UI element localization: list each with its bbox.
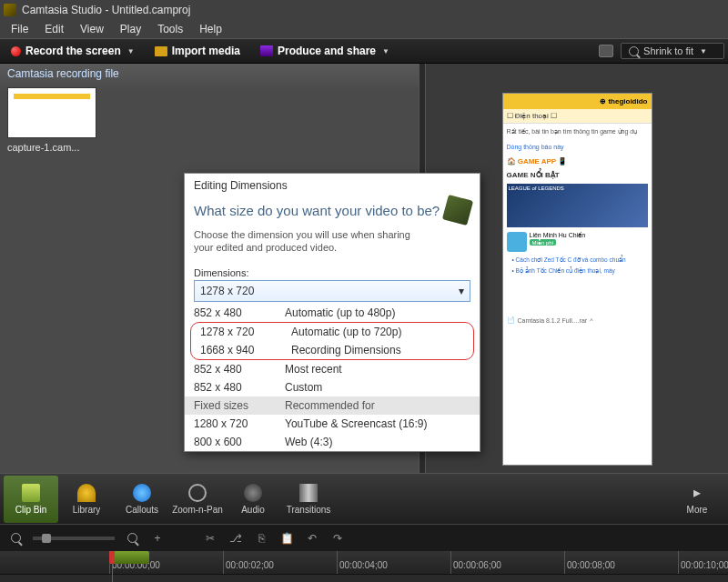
record-screen-button[interactable]: Record the screen ▼ (4, 42, 142, 60)
tab-clip-bin[interactable]: Clip Bin (4, 476, 58, 523)
undo-button[interactable]: ↶ (304, 530, 320, 547)
thumbnail-label: capture-1.cam... (7, 142, 98, 153)
preview-section: 🏠 GAME APP 📱 (503, 155, 652, 168)
dimension-option[interactable]: 800 x 600Web (4:3) (185, 433, 480, 451)
title-bar: Camtasia Studio - Untitled.camproj (0, 0, 728, 20)
window-title: Camtasia Studio - Untitled.camproj (22, 4, 190, 16)
preview-brand: ⊕ thegioidido (503, 94, 652, 109)
main-toolbar: Record the screen ▼ Import media Produce… (0, 38, 728, 64)
preview-text: Rất tiếc, bài tin bạn tìm thông tin game… (503, 124, 652, 139)
preview-game-banner: LEAGUE of LEGENDS (507, 184, 648, 227)
menu-help[interactable]: Help (192, 21, 229, 37)
dimension-option[interactable]: 852 x 480Custom (185, 378, 480, 396)
timeline-controls: + ✂ ⎇ ⎘ 📋 ↶ ↷ (0, 524, 728, 551)
preview-section2: GAME NỔI BẬT (503, 168, 652, 182)
tab-label: Clip Bin (15, 505, 46, 515)
time-tick: 00:00:10;00 (678, 551, 728, 574)
clip-thumbnail[interactable]: capture-1.cam... (7, 87, 98, 153)
split-button[interactable]: ⎇ (228, 530, 244, 547)
copy-button[interactable]: ⎘ (253, 530, 269, 547)
library-icon (77, 484, 96, 502)
timeline[interactable]: 00:00:00;00 00:00:02;00 00:00:04;00 00:0… (0, 551, 728, 582)
menu-bar: File Edit View Play Tools Help (0, 20, 728, 38)
tab-label: Audio (241, 505, 265, 515)
record-label: Record the screen (25, 45, 121, 57)
menu-edit[interactable]: Edit (37, 21, 71, 37)
chip-icon (442, 195, 473, 226)
time-tick: 00:00:02;00 (223, 551, 274, 574)
game-icon (507, 232, 527, 252)
dialog-title: Editing Dimensions (185, 174, 480, 192)
record-icon (11, 46, 21, 56)
clip-bin-icon (22, 484, 40, 502)
import-label: Import media (172, 45, 240, 57)
menu-view[interactable]: View (73, 21, 111, 37)
tab-label: Zoom-n-Pan (172, 505, 223, 515)
cut-button[interactable]: ✂ (202, 530, 218, 547)
preview-caption: 📄 Camtasia 8.1.2 Full....rar ^ (503, 313, 652, 327)
dimensions-select[interactable]: 1278 x 720 ▾ (194, 280, 470, 302)
zoom-in-icon (127, 533, 137, 543)
zoom-selector[interactable]: Shrink to fit ▼ (621, 43, 724, 59)
transitions-icon (299, 484, 318, 502)
tab-zoom-pan[interactable]: Zoom-n-Pan (170, 476, 225, 523)
zoom-icon (188, 484, 207, 502)
produce-icon (260, 45, 273, 56)
preview-bullet: • Cách chơi Zed Tốc C đỡ và combo chuẩn (503, 255, 652, 266)
folder-icon (155, 46, 167, 56)
chevron-down-icon: ▾ (459, 285, 464, 297)
zoom-out-button[interactable] (7, 530, 24, 547)
zoom-out-icon (11, 533, 21, 543)
menu-tools[interactable]: Tools (150, 21, 190, 37)
audio-icon (244, 484, 262, 502)
produce-share-button[interactable]: Produce and share ▼ (253, 42, 397, 60)
preview-link: Dòng thông báo này (503, 139, 652, 155)
add-track-button[interactable]: + (149, 530, 166, 547)
tab-transitions[interactable]: Transitions (281, 476, 336, 523)
tab-library[interactable]: Library (59, 476, 114, 523)
tool-tabs: Clip Bin Library Callouts Zoom-n-Pan Aud… (0, 473, 728, 524)
zoom-slider[interactable] (33, 537, 115, 540)
dimension-header: Fixed sizesRecommended for (185, 396, 480, 415)
chevron-down-icon: ▼ (127, 47, 135, 55)
dimensions-label: Dimensions: (185, 262, 480, 280)
dimension-option[interactable]: 1278 x 720Automatic (up to 720p) (191, 323, 473, 341)
redo-button[interactable]: ↷ (329, 530, 346, 547)
more-icon: ▸ (688, 484, 706, 502)
preview-tool-button[interactable] (599, 45, 613, 57)
highlighted-options: 1278 x 720Automatic (up to 720p) 1668 x … (190, 322, 474, 360)
chevron-down-icon: ▼ (382, 47, 389, 55)
dimension-option[interactable]: 852 x 480Most recent (185, 360, 480, 378)
preview-game-item: Liên Minh Hu Chiến Miễn phí (503, 229, 652, 255)
dialog-subtitle: Choose the dimension you will use when s… (185, 228, 421, 262)
menu-file[interactable]: File (4, 21, 35, 37)
produce-label: Produce and share (278, 45, 376, 57)
tab-callouts[interactable]: Callouts (115, 476, 169, 523)
selected-value: 1278 x 720 (200, 285, 254, 297)
preview-tab: ☐ Điện thoại ☐ (503, 109, 652, 124)
preview-bullet: • Bộ ảnh Tốc Chiến củ điện thoại, máy (503, 266, 652, 276)
time-tick: 00:00:04;00 (337, 551, 388, 574)
dimension-option[interactable]: 1280 x 720YouTube & Screencast (16:9) (185, 415, 480, 433)
paste-button[interactable]: 📋 (278, 530, 295, 547)
preview-toolbar (426, 64, 728, 87)
tab-label: Callouts (126, 505, 158, 515)
playhead[interactable] (109, 551, 149, 564)
time-tick: 00:00:08;00 (564, 551, 615, 574)
zoom-in-button[interactable] (124, 530, 140, 547)
chevron-down-icon: ▼ (700, 47, 707, 55)
dimension-option[interactable]: 1668 x 940Recording Dimensions (191, 341, 473, 359)
tab-more[interactable]: ▸More (670, 476, 724, 523)
search-icon (629, 46, 639, 56)
callouts-icon (133, 484, 151, 502)
tab-label: Transitions (287, 505, 331, 515)
tab-label: More (687, 505, 708, 515)
dimension-option[interactable]: 852 x 480Automatic (up to 480p) (185, 304, 480, 322)
tab-audio[interactable]: Audio (226, 476, 280, 523)
import-media-button[interactable]: Import media (147, 42, 248, 60)
game-name: Liên Minh Hu Chiến (530, 232, 586, 239)
menu-play[interactable]: Play (113, 21, 148, 37)
dialog-question-text: What size do you want your video to be? (194, 203, 440, 218)
time-tick: 00:00:06;00 (450, 551, 501, 574)
free-badge: Miễn phí (530, 239, 557, 246)
